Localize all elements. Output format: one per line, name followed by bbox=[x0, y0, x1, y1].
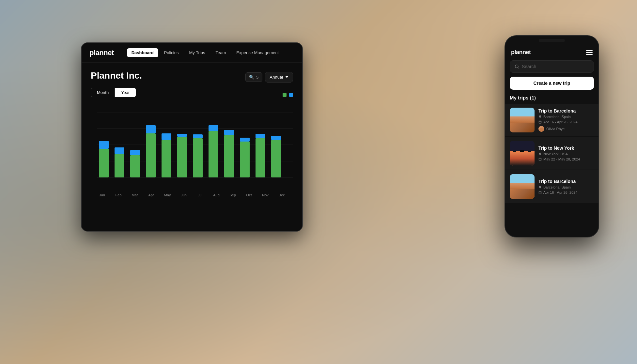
svg-rect-64 bbox=[520, 181, 526, 194]
trip-info-newyork: Trip to New York New York, USA bbox=[538, 141, 594, 166]
chart-x-labels: Jan Feb Mar Apr May Jun Jul Aug Sep Oct … bbox=[91, 193, 293, 197]
svg-rect-15 bbox=[177, 137, 187, 177]
phone-notch bbox=[539, 39, 565, 42]
svg-rect-41 bbox=[539, 121, 541, 124]
svg-rect-32 bbox=[510, 123, 535, 132]
trip-location-3: Barcelona, Spain bbox=[538, 185, 594, 189]
create-trip-button[interactable]: Create a new trip bbox=[510, 77, 594, 90]
location-icon-3 bbox=[538, 186, 542, 189]
phone-scroll-area[interactable]: plannet Search Create a new trip My trip… bbox=[505, 45, 598, 237]
month-oct: Oct bbox=[241, 193, 257, 197]
svg-point-40 bbox=[540, 116, 540, 117]
month-dec: Dec bbox=[273, 193, 290, 197]
svg-rect-10 bbox=[130, 150, 140, 155]
svg-rect-48 bbox=[510, 154, 512, 166]
svg-rect-12 bbox=[146, 125, 156, 133]
period-value: Annual bbox=[270, 75, 283, 80]
tablet-nav-links: Dashboard Policies My Trips Team Expense… bbox=[127, 48, 284, 57]
tablet-nav-dashboard[interactable]: Dashboard bbox=[127, 48, 158, 57]
svg-rect-53 bbox=[528, 151, 531, 166]
phone-logo: plannet bbox=[511, 49, 531, 56]
svg-rect-14 bbox=[162, 133, 171, 140]
trip-dates-1: Apr 16 - Apr 26, 2024 bbox=[538, 120, 594, 124]
trip-traveler-1: Olivia Rhye bbox=[538, 126, 594, 132]
trip-thumbnail-barcelona-2 bbox=[510, 174, 535, 199]
svg-rect-30 bbox=[510, 108, 535, 132]
month-nov: Nov bbox=[257, 193, 273, 197]
svg-rect-49 bbox=[513, 151, 516, 166]
view-toggle: Month Year bbox=[91, 88, 136, 97]
tablet-nav-expense[interactable]: Expense Management bbox=[232, 48, 283, 57]
svg-rect-35 bbox=[527, 118, 531, 127]
tablet-nav-mytrips[interactable]: My Trips bbox=[184, 48, 210, 57]
legend-blue-dot bbox=[289, 93, 293, 97]
svg-rect-17 bbox=[193, 138, 203, 177]
trip-thumbnail-newyork bbox=[510, 141, 535, 166]
period-selector[interactable]: Annual bbox=[265, 72, 293, 83]
traveler-name-1: Olivia Rhye bbox=[546, 127, 565, 131]
svg-rect-23 bbox=[240, 142, 250, 177]
svg-point-68 bbox=[528, 181, 532, 185]
tablet-nav-policies[interactable]: Policies bbox=[160, 48, 183, 57]
svg-rect-55 bbox=[510, 160, 535, 166]
svg-rect-6 bbox=[99, 141, 109, 149]
year-toggle[interactable]: Year bbox=[115, 88, 136, 97]
newyork-image bbox=[510, 141, 535, 166]
search-placeholder: Search bbox=[522, 64, 536, 69]
calendar-icon-2 bbox=[538, 158, 542, 161]
tablet-nav: plannet Dashboard Policies My Trips Team… bbox=[82, 43, 302, 63]
month-aug: Aug bbox=[208, 193, 225, 197]
dates-text-1: Apr 16 - Apr 26, 2024 bbox=[543, 120, 578, 124]
month-mar: Mar bbox=[127, 193, 143, 197]
location-icon-1 bbox=[538, 115, 542, 118]
location-text-3: Barcelona, Spain bbox=[543, 185, 571, 189]
svg-rect-45 bbox=[510, 141, 535, 166]
svg-rect-28 bbox=[271, 136, 281, 140]
hamburger-line-1 bbox=[586, 50, 593, 51]
trip-card-newyork[interactable]: Trip to New York New York, USA bbox=[505, 137, 598, 170]
tablet-logo: plannet bbox=[89, 49, 114, 57]
dates-text-3: Apr 16 - Apr 26, 2024 bbox=[543, 190, 578, 194]
svg-rect-63 bbox=[514, 183, 518, 194]
calendar-icon-1 bbox=[538, 120, 542, 124]
svg-rect-51 bbox=[520, 150, 524, 166]
svg-point-66 bbox=[514, 180, 518, 184]
hamburger-menu-button[interactable] bbox=[586, 50, 593, 55]
svg-rect-19 bbox=[209, 131, 218, 177]
legend bbox=[283, 93, 293, 97]
svg-point-36 bbox=[513, 114, 517, 118]
tablet-nav-team[interactable]: Team bbox=[211, 48, 231, 57]
tablet-device: plannet Dashboard Policies My Trips Team… bbox=[81, 42, 303, 232]
search-bar[interactable]: Search bbox=[510, 60, 594, 73]
location-icon-2 bbox=[538, 152, 542, 156]
svg-rect-22 bbox=[224, 130, 234, 135]
svg-rect-54 bbox=[532, 153, 535, 166]
hamburger-line-2 bbox=[586, 52, 593, 53]
trip-card-barcelona-1[interactable]: Trip to Barcelona Barcelona, Spain bbox=[505, 104, 598, 136]
month-may: May bbox=[159, 193, 176, 197]
trip-location-2: New York, USA bbox=[538, 152, 594, 156]
month-toggle[interactable]: Month bbox=[91, 88, 115, 97]
dates-text-2: May 22 - May 28, 2024 bbox=[543, 157, 580, 161]
phone-notch-bar bbox=[505, 36, 598, 45]
trip-thumbnail-barcelona-1 bbox=[510, 108, 535, 132]
svg-rect-13 bbox=[162, 140, 171, 177]
svg-rect-34 bbox=[520, 116, 525, 127]
search-button[interactable]: 🔍 S bbox=[245, 72, 262, 82]
svg-rect-50 bbox=[517, 153, 519, 166]
phone-device: plannet Search Create a new trip My trip… bbox=[505, 35, 599, 237]
calendar-icon-3 bbox=[538, 191, 542, 194]
trip-card-barcelona-2[interactable]: Trip to Barcelona Barcelona, Spain bbox=[505, 170, 598, 203]
svg-rect-33 bbox=[513, 117, 517, 127]
svg-rect-25 bbox=[256, 138, 265, 177]
svg-rect-24 bbox=[240, 138, 250, 142]
svg-point-56 bbox=[540, 153, 540, 154]
svg-rect-7 bbox=[115, 154, 124, 177]
svg-rect-47 bbox=[510, 158, 535, 166]
trip-dates-3: Apr 16 - Apr 26, 2024 bbox=[538, 190, 594, 194]
svg-point-37 bbox=[520, 112, 525, 117]
month-jan: Jan bbox=[94, 193, 110, 197]
barcelona-image bbox=[510, 108, 535, 132]
svg-rect-21 bbox=[224, 135, 234, 177]
svg-rect-9 bbox=[130, 155, 140, 177]
